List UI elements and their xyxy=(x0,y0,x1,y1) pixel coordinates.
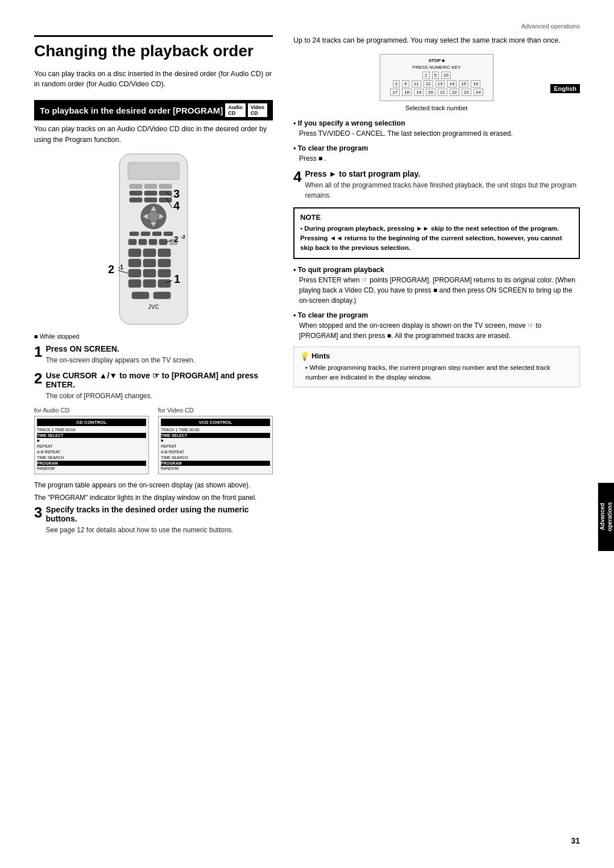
svg-rect-1 xyxy=(128,162,179,180)
track-cell: 1 xyxy=(422,72,429,79)
intro-text: You can play tracks on a disc inserted i… xyxy=(34,69,273,90)
svg-text:4: 4 xyxy=(173,199,180,212)
stop-text: STOP ■ xyxy=(429,58,445,63)
svg-rect-36 xyxy=(143,279,156,287)
svg-text:3: 3 xyxy=(173,187,180,200)
video-cd-row-0: TRACK 1 TIME 00:00 xyxy=(161,427,270,433)
left-column: Changing the playback order You can play… xyxy=(34,35,273,541)
video-cd-stop: ■ xyxy=(161,438,270,444)
wrong-selection-title: If you specify a wrong selection xyxy=(293,119,580,127)
step-1-number: 1 xyxy=(34,344,42,359)
note-title: NOTE xyxy=(300,213,573,222)
audio-cd-screenshot: for Audio CD CD CONTROL TRACK 1 TIME 00:… xyxy=(34,407,149,475)
svg-rect-10 xyxy=(159,198,172,202)
svg-point-12 xyxy=(148,211,159,222)
track-cell: 24 xyxy=(474,89,483,96)
track-cell: 15 xyxy=(459,80,468,87)
track-cell: 12 xyxy=(424,80,433,87)
audio-cd-stop: ■ xyxy=(37,438,146,444)
step-2-desc: The color of [PROGRAM] changes. xyxy=(45,391,273,401)
svg-rect-30 xyxy=(143,259,156,267)
svg-rect-27 xyxy=(143,249,156,257)
track-cell: 10 xyxy=(441,72,451,79)
remote-control-image: JVC 3 4 2 -2 1 2 -1 xyxy=(91,151,216,327)
right-intro: Up to 24 tracks can be programmed. You m… xyxy=(293,35,580,46)
english-badge: English xyxy=(550,84,580,93)
section-heading-text: To playback in the desired order [PROGRA… xyxy=(40,106,223,115)
track-cell: 5 xyxy=(432,72,439,79)
track-row-2: 2 6 11 12 13 14 15 16 xyxy=(384,80,489,87)
svg-rect-26 xyxy=(128,249,141,257)
press-numeric-label: PRESS NUMERIC KEY xyxy=(384,65,489,70)
video-cd-title: VCD CONTROL xyxy=(161,419,270,426)
program-table-text-1: The program table appears on the on-scre… xyxy=(34,480,273,490)
video-badge: VideoCD xyxy=(248,103,267,117)
audio-cd-row-1: TIME SELECT xyxy=(37,433,146,439)
audio-cd-repeat: REPEAT xyxy=(37,444,146,449)
hints-title-text: Hints xyxy=(312,352,330,360)
note-bold-text: During program playback, pressing ►► ski… xyxy=(300,225,562,252)
hints-text: • While programming tracks, the current … xyxy=(300,363,574,383)
video-cd-label: for Video CD xyxy=(158,407,273,414)
audio-cd-random: RANDOM xyxy=(37,466,146,471)
right-column: Up to 24 tracks can be programmed. You m… xyxy=(293,35,580,541)
svg-rect-2 xyxy=(130,184,142,189)
svg-text:-2: -2 xyxy=(181,234,185,240)
step-3-content: Specify tracks in the desined order usin… xyxy=(45,505,273,535)
step-2-content: Use CURSOR ▲/▼ to move ☞ to [PROGRAM] an… xyxy=(45,371,273,401)
step-2: 2 Use CURSOR ▲/▼ to move ☞ to [PROGRAM] … xyxy=(34,371,273,401)
hints-icon: 💡 xyxy=(300,352,309,361)
audio-badge: AudioCD xyxy=(225,103,246,117)
page-number: 31 xyxy=(571,836,580,845)
track-cell: 19 xyxy=(414,89,424,96)
section-heading: To playback in the desired order [PROGRA… xyxy=(34,100,273,120)
svg-rect-28 xyxy=(158,249,171,257)
step-4-title: Press ► to start program play. xyxy=(305,169,580,178)
video-cd-repeat: REPEAT xyxy=(161,444,270,449)
video-cd-time-search: TIME SEARCH xyxy=(161,455,270,461)
step-2-number: 2 xyxy=(34,371,42,386)
svg-rect-21 xyxy=(128,239,136,245)
program-table-text-2: The "PROGRAM" indicator lights in the di… xyxy=(34,493,273,503)
advanced-sidebar-text: Advancedoperations xyxy=(599,502,613,531)
track-cell: 20 xyxy=(426,89,435,96)
section-badges: AudioCD VideoCD xyxy=(225,103,267,117)
track-cell: 18 xyxy=(402,89,412,96)
svg-rect-23 xyxy=(149,239,157,245)
svg-rect-17 xyxy=(130,232,139,236)
svg-rect-32 xyxy=(128,269,141,277)
svg-text:1: 1 xyxy=(174,273,180,285)
track-cell: 17 xyxy=(390,89,400,96)
svg-rect-22 xyxy=(139,239,147,245)
step-3-desc: See page 12 for details about how to use… xyxy=(45,525,273,535)
advanced-sidebar: Advancedoperations xyxy=(598,483,614,551)
main-title: Changing the playback order xyxy=(34,35,273,61)
track-cell: 23 xyxy=(462,89,471,96)
note-box: NOTE • During program playback, pressing… xyxy=(293,207,580,259)
audio-cd-row-0: TRACK 1 TIME 00:04 xyxy=(37,427,146,433)
svg-rect-3 xyxy=(144,184,157,189)
clear-program-text-2: When stopped and the on-screen display i… xyxy=(293,320,580,341)
stopped-indicator: While stopped xyxy=(34,333,273,340)
video-cd-screenshot: for Video CD VCD CONTROL TRACK 1 TIME 00… xyxy=(158,407,273,475)
track-row-3: 17 18 19 20 21 22 23 24 xyxy=(384,89,489,96)
video-cd-program: PROGRAM xyxy=(161,461,270,466)
track-cell: 6 xyxy=(402,80,409,87)
clear-program-text-1: Press ■ . xyxy=(293,153,580,164)
svg-rect-24 xyxy=(159,239,167,245)
step-4-content: Press ► to start program play. When all … xyxy=(305,169,580,201)
track-cell: 21 xyxy=(438,89,447,96)
svg-text:-1: -1 xyxy=(118,264,123,270)
video-cd-row-1: TIME SELECT xyxy=(161,433,270,439)
audio-cd-program: PROGRAM xyxy=(37,461,146,466)
track-cell: 2 xyxy=(393,80,400,87)
svg-rect-34 xyxy=(158,269,171,277)
step-3: 3 Specify tracks in the desined order us… xyxy=(34,505,273,535)
svg-rect-38 xyxy=(132,292,149,299)
audio-cd-screen: CD CONTROL TRACK 1 TIME 00:04 TIME SELEC… xyxy=(34,416,149,475)
svg-rect-35 xyxy=(128,279,141,287)
step-1-title: Press ON SCREEN. xyxy=(45,344,273,353)
clear-program-title-2: To clear the program xyxy=(293,311,580,319)
step-1-content: Press ON SCREEN. The on-screen display a… xyxy=(45,344,273,365)
hints-bullet-text: While programming tracks, the current pr… xyxy=(305,364,550,381)
